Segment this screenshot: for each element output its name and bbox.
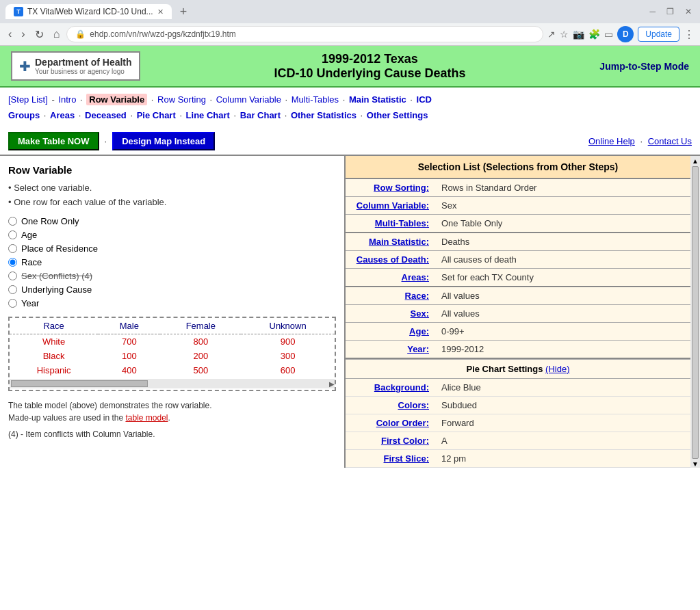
contact-us-link[interactable]: Contact Us	[648, 136, 692, 146]
profile-button[interactable]: D	[617, 26, 634, 42]
cell-hispanic-female: 500	[160, 363, 241, 377]
pie-label-background[interactable]: Background:	[346, 379, 435, 397]
nav-row-sorting[interactable]: Row Sorting	[157, 94, 206, 105]
make-table-button[interactable]: Make Table NOW	[8, 132, 99, 150]
nav-main-statistic[interactable]: Main Statistic	[349, 94, 406, 105]
home-button[interactable]: ⌂	[51, 27, 63, 42]
radio-one-row-only[interactable]	[8, 217, 17, 226]
radio-sex[interactable]	[8, 271, 17, 280]
nav-multi-tables[interactable]: Multi-Tables	[291, 94, 339, 105]
sel-label-column-variable[interactable]: Column Variable:	[346, 196, 435, 214]
share-icon[interactable]: ↗	[547, 29, 556, 40]
selection-list-header: Selection List (Selections from Other St…	[346, 156, 690, 179]
url-box[interactable]: 🔒 ehdp.com/vn/rw/wzd-pgs/kzdnfjtx19.htm	[66, 26, 543, 42]
radio-item-place-of-residence[interactable]: Place of Residence	[8, 243, 336, 254]
pie-label-colors[interactable]: Colors:	[346, 396, 435, 414]
horizontal-scrollbar[interactable]: ▶	[10, 379, 335, 388]
radio-item-year[interactable]: Year	[8, 298, 336, 308]
sel-label-race[interactable]: Race:	[346, 287, 435, 305]
restore-icon[interactable]: ❐	[664, 5, 677, 18]
active-tab[interactable]: T TX VitalWeb Wizard ICD-10 Und... ✕	[5, 4, 172, 19]
close-icon[interactable]: ✕	[682, 5, 695, 18]
radio-item-underlying-cause[interactable]: Underlying Cause	[8, 284, 336, 295]
extensions-icon[interactable]: 🧩	[588, 29, 600, 40]
nav-pie-chart[interactable]: Pie Chart	[137, 110, 176, 120]
sidebar-icon[interactable]: ▭	[604, 29, 613, 40]
nav-areas[interactable]: Areas	[50, 110, 75, 120]
menu-icon[interactable]: ⋮	[684, 28, 695, 41]
radio-age[interactable]	[8, 230, 17, 239]
nav-other-settings[interactable]: Other Settings	[367, 110, 428, 120]
scroll-down-arrow[interactable]: ▼	[692, 460, 699, 468]
right-panel: Selection List (Selections from Other St…	[346, 156, 690, 468]
nav-deceased[interactable]: Deceased	[85, 110, 127, 120]
forward-button[interactable]: ›	[18, 27, 27, 42]
sel-label-causes-of-death[interactable]: Causes of Death:	[346, 250, 435, 268]
radio-item-sex[interactable]: Sex (Conflicts) (4)	[8, 271, 336, 281]
pie-label-first-color[interactable]: First Color:	[346, 432, 435, 449]
sel-label-main-statistic[interactable]: Main Statistic:	[346, 233, 435, 251]
reload-button[interactable]: ↻	[32, 27, 47, 42]
sel-areas: Areas: Set for each TX County	[346, 268, 690, 287]
cell-black-male: 100	[98, 349, 160, 363]
design-map-button[interactable]: Design Map Instead	[112, 132, 215, 150]
pie-value-first-color: A	[435, 432, 690, 449]
sel-label-year[interactable]: Year:	[346, 340, 435, 358]
table-model-container: Race Male Female Unknown White 700 800 9…	[8, 317, 336, 391]
radio-race[interactable]	[8, 258, 17, 267]
instructions: • Select one variable. • One row for eac…	[8, 181, 336, 210]
sel-label-age[interactable]: Age:	[346, 322, 435, 340]
jump-mode[interactable]: Jump-to-Step Mode	[599, 61, 689, 72]
pie-settings-header: Pie Chart Settings (Hide)	[346, 359, 690, 379]
minimize-icon[interactable]: ─	[647, 5, 658, 18]
vertical-scrollbar[interactable]: ▲ ▼	[690, 156, 700, 468]
update-button[interactable]: Update	[638, 27, 679, 42]
back-button[interactable]: ‹	[5, 27, 14, 42]
nav-bar-chart[interactable]: Bar Chart	[240, 110, 281, 120]
nav-row-variable[interactable]: Row Variable	[86, 94, 147, 105]
screenshot-icon[interactable]: 📷	[573, 29, 584, 40]
pie-hide-link[interactable]: (Hide)	[545, 364, 569, 374]
nav-icd[interactable]: ICD	[417, 94, 432, 105]
new-tab-button[interactable]: +	[177, 5, 190, 19]
radio-label-underlying-cause: Underlying Cause	[21, 284, 92, 295]
nav-section: [Step List] - Intro · Row Variable · Row…	[0, 88, 700, 128]
col-race: Race	[10, 318, 98, 334]
scroll-track[interactable]	[692, 166, 699, 459]
radio-label-place-of-residence: Place of Residence	[21, 243, 98, 254]
nav-other-statistics[interactable]: Other Statistics	[291, 110, 357, 120]
scroll-thumb[interactable]	[11, 380, 148, 387]
pie-label-color-order[interactable]: Color Order:	[346, 414, 435, 432]
sel-label-multi-tables[interactable]: Multi-Tables:	[346, 214, 435, 233]
nav-line-chart[interactable]: Line Chart	[186, 110, 230, 120]
step-list-link[interactable]: [Step List]	[8, 94, 48, 105]
instruction2: • One row for each value of the variable…	[8, 196, 336, 210]
sel-label-row-sorting[interactable]: Row Sorting:	[346, 179, 435, 197]
cell-white-unknown: 900	[241, 334, 335, 349]
nav-intro[interactable]: Intro	[58, 94, 76, 105]
nav-column-variable[interactable]: Column Variable	[216, 94, 281, 105]
radio-place-of-residence[interactable]	[8, 244, 17, 253]
cell-black-unknown: 300	[241, 349, 335, 363]
online-help-link[interactable]: Online Help	[588, 136, 635, 146]
radio-item-one-row-only[interactable]: One Row Only	[8, 216, 336, 226]
radio-underlying-cause[interactable]	[8, 285, 17, 294]
scroll-up-arrow[interactable]: ▲	[692, 157, 699, 165]
logo-line2: Your business or agency logo	[35, 68, 132, 75]
sel-age: Age: 0-99+	[346, 322, 690, 340]
tab-close-button[interactable]: ✕	[157, 8, 164, 16]
title-line2: ICD-10 Underlying Cause Deaths	[274, 66, 465, 81]
pie-value-background: Alice Blue	[435, 379, 690, 397]
sel-label-areas[interactable]: Areas:	[346, 268, 435, 287]
sel-label-sex[interactable]: Sex:	[346, 304, 435, 322]
radio-item-race[interactable]: Race	[8, 257, 336, 267]
radio-year[interactable]	[8, 299, 17, 308]
bookmark-icon[interactable]: ☆	[560, 29, 569, 40]
pie-label-first-slice[interactable]: First Slice:	[346, 449, 435, 467]
pie-value-first-slice: 12 pm	[435, 449, 690, 467]
cell-black: Black	[10, 349, 98, 363]
nav-groups[interactable]: Groups	[8, 110, 40, 120]
sel-value-year: 1999-2012	[435, 340, 690, 358]
radio-item-age[interactable]: Age	[8, 230, 336, 240]
sel-value-race: All values	[435, 287, 690, 305]
